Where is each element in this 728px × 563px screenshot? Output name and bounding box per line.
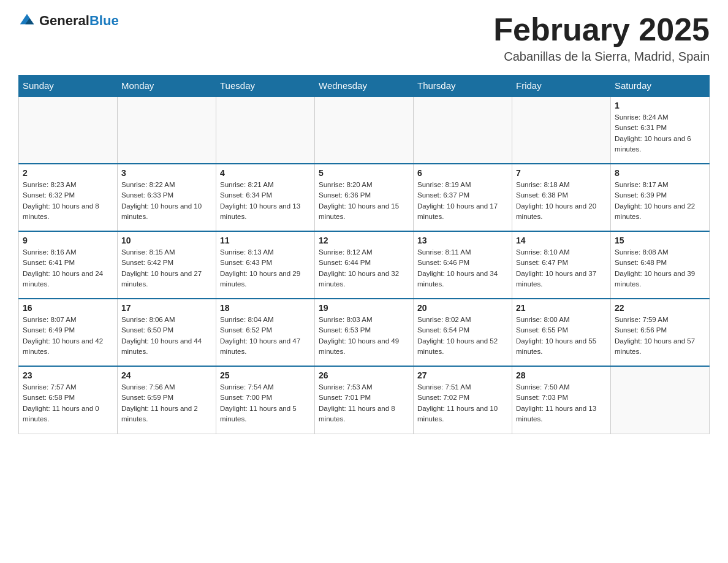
table-row [216, 96, 315, 164]
day-number: 3 [121, 168, 212, 178]
location-title: Cabanillas de la Sierra, Madrid, Spain [493, 50, 710, 64]
day-number: 6 [417, 168, 508, 178]
header-saturday: Saturday [611, 75, 710, 97]
table-row: 2Sunrise: 8:23 AMSunset: 6:32 PMDaylight… [19, 164, 118, 231]
day-number: 2 [23, 168, 113, 178]
day-info: Sunrise: 7:56 AMSunset: 6:59 PMDaylight:… [121, 382, 212, 424]
day-info: Sunrise: 8:21 AMSunset: 6:34 PMDaylight:… [220, 180, 311, 222]
calendar-week-row: 9Sunrise: 8:16 AMSunset: 6:41 PMDaylight… [19, 231, 710, 299]
table-row: 9Sunrise: 8:16 AMSunset: 6:41 PMDaylight… [19, 231, 118, 299]
calendar-table: Sunday Monday Tuesday Wednesday Thursday… [18, 75, 710, 434]
title-block: February 2025 Cabanillas de la Sierra, M… [493, 12, 710, 64]
day-info: Sunrise: 8:13 AMSunset: 6:43 PMDaylight:… [220, 247, 311, 289]
day-info: Sunrise: 8:24 AMSunset: 6:31 PMDaylight:… [615, 112, 705, 155]
logo-blue-text: Blue [89, 13, 119, 28]
day-info: Sunrise: 8:12 AMSunset: 6:44 PMDaylight:… [319, 247, 409, 289]
table-row: 26Sunrise: 7:53 AMSunset: 7:01 PMDayligh… [315, 366, 414, 434]
table-row: 16Sunrise: 8:07 AMSunset: 6:49 PMDayligh… [19, 299, 118, 366]
table-row: 4Sunrise: 8:21 AMSunset: 6:34 PMDaylight… [216, 164, 315, 231]
table-row: 18Sunrise: 8:04 AMSunset: 6:52 PMDayligh… [216, 299, 315, 366]
table-row: 11Sunrise: 8:13 AMSunset: 6:43 PMDayligh… [216, 231, 315, 299]
table-row: 15Sunrise: 8:08 AMSunset: 6:48 PMDayligh… [611, 231, 710, 299]
day-info: Sunrise: 8:10 AMSunset: 6:47 PMDaylight:… [516, 247, 607, 289]
day-number: 10 [121, 236, 212, 245]
day-info: Sunrise: 8:17 AMSunset: 6:39 PMDaylight:… [615, 180, 705, 222]
table-row: 23Sunrise: 7:57 AMSunset: 6:58 PMDayligh… [19, 366, 118, 434]
table-row: 22Sunrise: 7:59 AMSunset: 6:56 PMDayligh… [611, 299, 710, 366]
header-friday: Friday [512, 75, 611, 97]
table-row [19, 96, 118, 164]
day-number: 15 [615, 236, 705, 245]
day-info: Sunrise: 8:07 AMSunset: 6:49 PMDaylight:… [23, 315, 113, 357]
day-info: Sunrise: 7:51 AMSunset: 7:02 PMDaylight:… [417, 382, 508, 424]
calendar-week-row: 1Sunrise: 8:24 AMSunset: 6:31 PMDaylight… [19, 96, 710, 164]
table-row: 12Sunrise: 8:12 AMSunset: 6:44 PMDayligh… [315, 231, 414, 299]
header-thursday: Thursday [414, 75, 512, 97]
table-row: 28Sunrise: 7:50 AMSunset: 7:03 PMDayligh… [512, 366, 611, 434]
table-row: 24Sunrise: 7:56 AMSunset: 6:59 PMDayligh… [118, 366, 216, 434]
day-info: Sunrise: 8:16 AMSunset: 6:41 PMDaylight:… [23, 247, 113, 289]
day-number: 22 [615, 303, 705, 313]
header-tuesday: Tuesday [216, 75, 315, 97]
day-info: Sunrise: 8:20 AMSunset: 6:36 PMDaylight:… [319, 180, 409, 222]
table-row [611, 366, 710, 434]
table-row: 20Sunrise: 8:02 AMSunset: 6:54 PMDayligh… [414, 299, 512, 366]
month-title: February 2025 [493, 12, 710, 47]
table-row: 8Sunrise: 8:17 AMSunset: 6:39 PMDaylight… [611, 164, 710, 231]
day-info: Sunrise: 7:57 AMSunset: 6:58 PMDaylight:… [23, 382, 113, 424]
day-number: 27 [417, 370, 508, 380]
header-monday: Monday [118, 75, 216, 97]
logo-general-text: General [39, 13, 89, 28]
day-info: Sunrise: 8:02 AMSunset: 6:54 PMDaylight:… [417, 315, 508, 357]
day-info: Sunrise: 8:23 AMSunset: 6:32 PMDaylight:… [23, 180, 113, 222]
day-number: 12 [319, 236, 409, 245]
day-info: Sunrise: 8:00 AMSunset: 6:55 PMDaylight:… [516, 315, 607, 357]
day-info: Sunrise: 8:04 AMSunset: 6:52 PMDaylight:… [220, 315, 311, 357]
day-info: Sunrise: 8:22 AMSunset: 6:33 PMDaylight:… [121, 180, 212, 222]
table-row: 7Sunrise: 8:18 AMSunset: 6:38 PMDaylight… [512, 164, 611, 231]
table-row: 19Sunrise: 8:03 AMSunset: 6:53 PMDayligh… [315, 299, 414, 366]
day-number: 7 [516, 168, 607, 178]
day-number: 14 [516, 236, 607, 245]
day-info: Sunrise: 8:06 AMSunset: 6:50 PMDaylight:… [121, 315, 212, 357]
day-info: Sunrise: 8:15 AMSunset: 6:42 PMDaylight:… [121, 247, 212, 289]
logo-icon [18, 12, 36, 29]
day-number: 20 [417, 303, 508, 313]
table-row [315, 96, 414, 164]
day-number: 11 [220, 236, 311, 245]
day-info: Sunrise: 7:50 AMSunset: 7:03 PMDaylight:… [516, 382, 607, 424]
header-sunday: Sunday [19, 75, 118, 97]
day-info: Sunrise: 8:08 AMSunset: 6:48 PMDaylight:… [615, 247, 705, 289]
page-header: GeneralBlue February 2025 Cabanillas de … [18, 12, 710, 64]
calendar-header-row: Sunday Monday Tuesday Wednesday Thursday… [19, 75, 710, 97]
table-row: 25Sunrise: 7:54 AMSunset: 7:00 PMDayligh… [216, 366, 315, 434]
day-number: 26 [319, 370, 409, 380]
day-number: 8 [615, 168, 705, 178]
day-number: 24 [121, 370, 212, 380]
table-row: 5Sunrise: 8:20 AMSunset: 6:36 PMDaylight… [315, 164, 414, 231]
day-number: 9 [23, 236, 113, 245]
table-row: 1Sunrise: 8:24 AMSunset: 6:31 PMDaylight… [611, 96, 710, 164]
day-number: 13 [417, 236, 508, 245]
day-info: Sunrise: 7:53 AMSunset: 7:01 PMDaylight:… [319, 382, 409, 424]
header-wednesday: Wednesday [315, 75, 414, 97]
day-number: 28 [516, 370, 607, 380]
day-info: Sunrise: 7:59 AMSunset: 6:56 PMDaylight:… [615, 315, 705, 357]
day-number: 1 [615, 101, 705, 110]
table-row [414, 96, 512, 164]
table-row: 17Sunrise: 8:06 AMSunset: 6:50 PMDayligh… [118, 299, 216, 366]
table-row [118, 96, 216, 164]
logo: GeneralBlue [18, 12, 119, 29]
day-number: 17 [121, 303, 212, 313]
day-number: 16 [23, 303, 113, 313]
day-info: Sunrise: 7:54 AMSunset: 7:00 PMDaylight:… [220, 382, 311, 424]
day-info: Sunrise: 8:19 AMSunset: 6:37 PMDaylight:… [417, 180, 508, 222]
table-row: 27Sunrise: 7:51 AMSunset: 7:02 PMDayligh… [414, 366, 512, 434]
day-number: 25 [220, 370, 311, 380]
table-row: 3Sunrise: 8:22 AMSunset: 6:33 PMDaylight… [118, 164, 216, 231]
day-number: 4 [220, 168, 311, 178]
day-number: 23 [23, 370, 113, 380]
day-number: 21 [516, 303, 607, 313]
table-row: 10Sunrise: 8:15 AMSunset: 6:42 PMDayligh… [118, 231, 216, 299]
table-row: 6Sunrise: 8:19 AMSunset: 6:37 PMDaylight… [414, 164, 512, 231]
